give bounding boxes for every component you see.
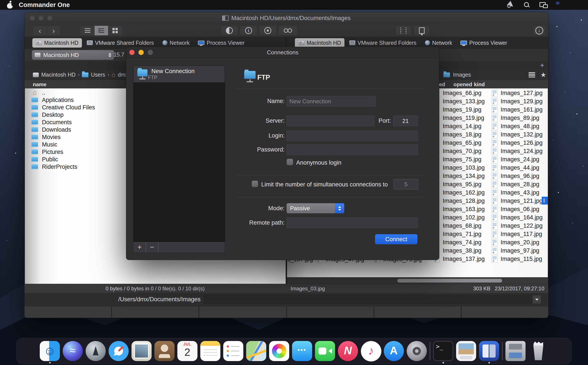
- dialog-minimize-button[interactable]: [138, 50, 144, 55]
- tab-vmware-shared-folders[interactable]: VMware Shared Folders: [83, 38, 157, 48]
- tab-network[interactable]: Network: [421, 38, 456, 48]
- file-item[interactable]: Images_70.jpg: [433, 147, 485, 155]
- header-modified-clipped[interactable]: ed: [439, 81, 445, 88]
- file-item[interactable]: Images_48.jpg: [491, 122, 543, 130]
- function-button[interactable]: [461, 307, 548, 318]
- detail-view-icon[interactable]: [94, 26, 108, 35]
- file-item[interactable]: Images_20.jpg: [491, 238, 543, 246]
- file-item[interactable]: Images_122.jpg: [491, 222, 543, 230]
- file-item[interactable]: Images_44.jpg: [491, 163, 543, 172]
- dock-app-music[interactable]: [361, 341, 381, 362]
- file-item[interactable]: Images_65.jpg: [433, 139, 485, 147]
- info-button[interactable]: i: [240, 26, 257, 35]
- preview-button[interactable]: [259, 26, 276, 35]
- file-item[interactable]: Images_38.jpg: [433, 246, 485, 255]
- toggle-panel-button[interactable]: [221, 26, 238, 35]
- tab-process-viewer[interactable]: Process Viewer: [194, 38, 248, 48]
- file-item[interactable]: Images_133.jpg: [433, 97, 485, 105]
- server-field[interactable]: [287, 116, 374, 126]
- dock-app-archive-utility[interactable]: [505, 341, 525, 362]
- dock-app-facetime[interactable]: [315, 341, 335, 362]
- file-item[interactable]: Images_161.jpg: [491, 105, 543, 114]
- file-item[interactable]: Images_164.jpg: [491, 213, 543, 222]
- queue-button[interactable]: [395, 26, 411, 35]
- drive-selector[interactable]: Macintosh HD: [32, 50, 114, 60]
- limit-value-field[interactable]: [393, 179, 418, 190]
- file-item[interactable]: Images_128.jpg: [433, 197, 485, 205]
- file-item[interactable]: Images_14.jpg: [433, 122, 485, 130]
- menubar-icon-input-language-us-flag[interactable]: [556, 2, 564, 8]
- dock-app-finder[interactable]: [40, 341, 60, 362]
- dialog-zoom-button[interactable]: [148, 50, 153, 55]
- dialog-close-button[interactable]: [129, 50, 135, 55]
- file-item[interactable]: Images_43.jpg: [491, 188, 543, 197]
- dock-app-contacts[interactable]: [155, 341, 175, 362]
- file-item[interactable]: Images_97.jpg: [491, 246, 543, 255]
- dock-app-messages[interactable]: [292, 341, 312, 362]
- file-item[interactable]: Images_68.jpg: [433, 222, 485, 230]
- file-item[interactable]: Images_124.jpg: [491, 147, 543, 155]
- file-item[interactable]: Images_28.jpg: [491, 180, 543, 188]
- scrollbar-thumb[interactable]: [397, 279, 502, 282]
- tab-process-viewer[interactable]: Process Viewer: [457, 38, 510, 48]
- dock-app-app-store[interactable]: [384, 341, 404, 362]
- breadcrumb-users[interactable]: Users: [91, 72, 105, 78]
- file-item[interactable]: Images_162.jpg: [433, 188, 485, 197]
- dock-app-launchpad[interactable]: [86, 341, 106, 362]
- port-field[interactable]: [393, 116, 418, 126]
- file-item[interactable]: Images_127.jpg: [491, 89, 543, 97]
- tab-network[interactable]: Network: [159, 38, 193, 48]
- file-item[interactable]: Images_117.jpg: [491, 230, 543, 238]
- function-button[interactable]: [374, 307, 461, 318]
- limit-connections-checkbox[interactable]: [252, 181, 258, 187]
- file-item[interactable]: Images_71.jpg: [433, 230, 485, 238]
- dock-app-trash[interactable]: [528, 341, 548, 362]
- forward-button[interactable]: ›: [47, 26, 61, 35]
- header-opened[interactable]: opened: [453, 81, 472, 88]
- mode-select[interactable]: Passive: [287, 203, 344, 213]
- connect-button[interactable]: Connect: [375, 234, 418, 244]
- dock-app-commander-one[interactable]: [479, 341, 499, 362]
- file-item[interactable]: Images_18.jpg: [433, 130, 485, 139]
- file-item[interactable]: Images_06.jpg: [491, 205, 543, 213]
- file-item[interactable]: Images_74.jpg: [433, 238, 485, 246]
- tab-macintosh-hd[interactable]: Macintosh HD: [295, 38, 344, 48]
- name-field[interactable]: [287, 96, 376, 106]
- file-item[interactable]: Images_24.jpg: [491, 155, 543, 163]
- tab-vmware-shared-folders[interactable]: VMware Shared Folders: [346, 38, 420, 48]
- password-field[interactable]: [287, 145, 418, 155]
- file-item[interactable]: Images_19.jpg: [433, 105, 485, 114]
- menubar-icon-remote-pointer[interactable]: [506, 2, 514, 8]
- file-item[interactable]: Images_132.jpg: [491, 130, 543, 139]
- file-item[interactable]: Images_119.jpg: [433, 114, 485, 122]
- file-item[interactable]: Images_129.jpg: [491, 97, 543, 105]
- list-view-icon[interactable]: [81, 26, 94, 35]
- downloads-button[interactable]: ↓: [533, 26, 546, 35]
- file-item[interactable]: Images_137.jpg: [433, 255, 485, 263]
- tab-macintosh-hd[interactable]: Macintosh HD: [32, 38, 82, 48]
- header-kind[interactable]: kind: [474, 81, 485, 88]
- file-item[interactable]: Images_126.jpg: [491, 139, 543, 147]
- anonymous-login-checkbox[interactable]: [287, 159, 293, 165]
- apple-menu-icon[interactable]: [7, 1, 13, 8]
- menubar-icon-displays[interactable]: [539, 2, 547, 8]
- file-item[interactable]: Images_66.jpg: [433, 89, 485, 97]
- remote-path-field[interactable]: [287, 218, 418, 228]
- connection-item-selected[interactable]: New Connection FTP: [134, 66, 225, 82]
- dock-app-news[interactable]: [338, 341, 358, 362]
- dock-app-pictures[interactable]: [456, 341, 476, 362]
- dock-app-notes[interactable]: [200, 341, 220, 362]
- function-button[interactable]: [286, 307, 374, 318]
- file-item[interactable]: Images_163.jpg: [433, 205, 485, 213]
- header-name[interactable]: name: [33, 81, 47, 88]
- dock-app-terminal[interactable]: [433, 341, 453, 362]
- list-options-icon[interactable]: [529, 70, 535, 80]
- command-line-input[interactable]: [204, 295, 541, 304]
- dock-app-maps[interactable]: [246, 341, 266, 362]
- file-item[interactable]: Images_96.jpg: [491, 172, 543, 180]
- file-item[interactable]: Images_95.jpg: [433, 180, 485, 188]
- menu-app-name[interactable]: Commander One: [19, 1, 70, 8]
- dialog-titlebar[interactable]: Connections: [126, 47, 439, 58]
- dock-app-siri[interactable]: [63, 341, 83, 362]
- add-connection-button[interactable]: +: [134, 243, 146, 253]
